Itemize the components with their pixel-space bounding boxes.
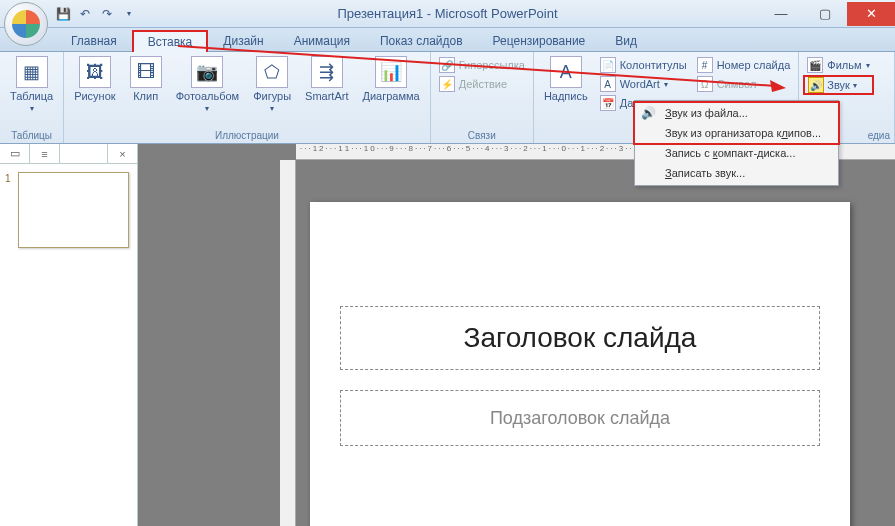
panel-tabs: ▭ ≡ ×: [0, 144, 137, 164]
album-icon: 📷: [191, 56, 223, 88]
wordart-icon: A: [600, 76, 616, 92]
dropdown-arrow-icon: ▾: [853, 81, 857, 90]
panel-tab-slides[interactable]: ▭: [0, 144, 30, 163]
dropdown-arrow-icon: ▾: [664, 80, 668, 89]
dropdown-arrow-icon: ▾: [270, 104, 274, 113]
slide-panel: ▭ ≡ × 1: [0, 144, 138, 526]
office-logo-icon: [12, 10, 40, 38]
movie-button[interactable]: 🎬Фильм▾: [803, 56, 873, 74]
ribbon-tabs: Главная Вставка Дизайн Анимация Показ сл…: [0, 28, 895, 52]
dropdown-arrow-icon: ▾: [866, 61, 870, 70]
clip-button[interactable]: 🎞Клип: [124, 54, 168, 104]
redo-icon[interactable]: ↷: [98, 5, 116, 23]
group-illus-label: Иллюстрации: [68, 129, 426, 143]
sound-menu: 🔊Звук из файла... Звук из организатора к…: [634, 100, 839, 186]
shapes-label: Фигуры: [253, 90, 291, 102]
action-icon: ⚡: [439, 76, 455, 92]
sound-label: Звук: [827, 79, 850, 91]
movie-label: Фильм: [827, 59, 861, 71]
smartart-button[interactable]: ⇶SmartArt: [299, 54, 354, 104]
menu-sound-from-organizer[interactable]: Звук из организатора клипов...: [637, 123, 836, 143]
movie-icon: 🎬: [807, 57, 823, 73]
close-button[interactable]: ✕: [847, 2, 895, 26]
slidenum-label: Номер слайда: [717, 59, 791, 71]
edit-area: ···12···11···10···9···8···7···6···5···4·…: [138, 144, 895, 526]
dropdown-arrow-icon: ▾: [30, 104, 34, 113]
sound-button[interactable]: 🔊Звук▾: [803, 75, 873, 95]
tab-insert[interactable]: Вставка: [132, 30, 209, 52]
hyperlink-button: 🔗Гиперссылка: [435, 56, 529, 74]
chart-label: Диаграмма: [363, 90, 420, 102]
sound-icon: 🔊: [641, 106, 657, 122]
workspace: ▭ ≡ × 1 ···12···11···10···9···8···7···6·…: [0, 144, 895, 526]
menu-label: Звук из файла...: [665, 107, 748, 119]
title-bar: 💾 ↶ ↷ ▾ Презентация1 - Microsoft PowerPo…: [0, 0, 895, 28]
slidenum-icon: #: [697, 57, 713, 73]
wordart-label: WordArt: [620, 78, 660, 90]
menu-sound-from-cd[interactable]: Запись с компакт-диска...: [637, 143, 836, 163]
header-button[interactable]: 📄Колонтитулы: [596, 56, 691, 74]
panel-tab-outline[interactable]: ≡: [30, 144, 60, 163]
album-label: Фотоальбом: [176, 90, 240, 102]
title-placeholder[interactable]: Заголовок слайда: [340, 306, 820, 370]
action-button: ⚡Действие: [435, 75, 529, 93]
header-label: Колонтитулы: [620, 59, 687, 71]
sound-icon: 🔊: [808, 77, 824, 93]
album-button[interactable]: 📷Фотоальбом▾: [170, 54, 246, 115]
tab-home[interactable]: Главная: [56, 30, 132, 51]
group-illustrations: 🖼Рисунок 🎞Клип 📷Фотоальбом▾ ⬠Фигуры▾ ⇶Sm…: [64, 52, 431, 143]
office-button[interactable]: [4, 2, 48, 46]
picture-button[interactable]: 🖼Рисунок: [68, 54, 122, 104]
undo-icon[interactable]: ↶: [76, 5, 94, 23]
table-button[interactable]: ▦ Таблица ▾: [4, 54, 59, 115]
menu-label: Запись с компакт-диска...: [665, 147, 795, 159]
hyperlink-icon: 🔗: [439, 57, 455, 73]
slide-canvas[interactable]: Заголовок слайда Подзаголовок слайда: [310, 202, 850, 526]
tab-design[interactable]: Дизайн: [208, 30, 278, 51]
wordart-button[interactable]: AWordArt▾: [596, 75, 691, 93]
tab-review[interactable]: Рецензирование: [478, 30, 601, 51]
menu-label: Записать звук...: [665, 167, 745, 179]
subtitle-placeholder[interactable]: Подзаголовок слайда: [340, 390, 820, 446]
symbol-icon: Ω: [697, 76, 713, 92]
picture-icon: 🖼: [79, 56, 111, 88]
tab-animation[interactable]: Анимация: [279, 30, 365, 51]
vertical-ruler: [280, 160, 296, 526]
group-tables-label: Таблицы: [4, 129, 59, 143]
maximize-button[interactable]: ▢: [803, 2, 847, 26]
shapes-icon: ⬠: [256, 56, 288, 88]
textbox-label: Надпись: [544, 90, 588, 102]
menu-label: Звук из организатора клипов...: [665, 127, 821, 139]
shapes-button[interactable]: ⬠Фигуры▾: [247, 54, 297, 115]
tab-slideshow[interactable]: Показ слайдов: [365, 30, 478, 51]
chart-icon: 📊: [375, 56, 407, 88]
minimize-button[interactable]: —: [759, 2, 803, 26]
hyperlink-label: Гиперссылка: [459, 59, 525, 71]
menu-record-sound[interactable]: Записать звук...: [637, 163, 836, 183]
slidenum-button[interactable]: #Номер слайда: [693, 56, 795, 74]
window-buttons: — ▢ ✕: [759, 2, 895, 26]
picture-label: Рисунок: [74, 90, 116, 102]
action-label: Действие: [459, 78, 507, 90]
save-icon[interactable]: 💾: [54, 5, 72, 23]
table-label: Таблица: [10, 90, 53, 102]
clip-label: Клип: [133, 90, 158, 102]
symbol-label: Символ: [717, 78, 757, 90]
chart-button[interactable]: 📊Диаграмма: [357, 54, 426, 104]
slide-thumbnail[interactable]: 1: [18, 172, 129, 248]
dropdown-arrow-icon: ▾: [205, 104, 209, 113]
tab-view[interactable]: Вид: [600, 30, 652, 51]
table-icon: ▦: [16, 56, 48, 88]
date-icon: 📅: [600, 95, 616, 111]
smartart-icon: ⇶: [311, 56, 343, 88]
panel-close[interactable]: ×: [107, 144, 137, 163]
group-links: 🔗Гиперссылка ⚡Действие Связи: [431, 52, 534, 143]
group-links-label: Связи: [435, 129, 529, 143]
qat-dropdown-icon[interactable]: ▾: [120, 5, 138, 23]
window-title: Презентация1 - Microsoft PowerPoint: [337, 6, 557, 21]
symbol-button: ΩСимвол: [693, 75, 795, 93]
quick-access-toolbar: 💾 ↶ ↷ ▾: [54, 5, 138, 23]
smartart-label: SmartArt: [305, 90, 348, 102]
menu-sound-from-file[interactable]: 🔊Звук из файла...: [637, 103, 836, 123]
textbox-button[interactable]: AНадпись: [538, 54, 594, 104]
